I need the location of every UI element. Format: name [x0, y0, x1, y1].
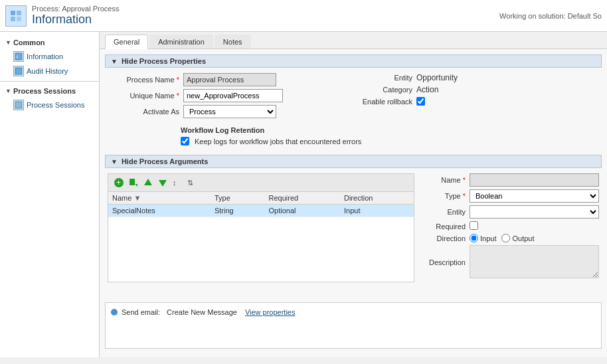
row-type: String	[211, 205, 265, 217]
category-label: Category	[357, 86, 416, 94]
working-on-label: Working on solution: Default So	[499, 12, 602, 20]
arg-type-label: Type *	[420, 192, 470, 200]
arg-required-row: Required	[420, 221, 599, 231]
main-content: General Administration Notes ▼ Hide Proc…	[100, 32, 607, 357]
arg-name-label: Name *	[420, 176, 470, 184]
process-sessions-icon	[13, 100, 24, 110]
arguments-container: +	[105, 171, 602, 285]
arg-description-label: Description	[420, 258, 470, 266]
col-direction: Direction	[340, 192, 414, 205]
enable-rollback-row: Enable rollback	[357, 97, 599, 106]
general-tab-content: ▼ Hide Process Properties Process Name *	[100, 49, 607, 297]
arg-description-textarea[interactable]	[470, 245, 599, 278]
col-type: Type	[211, 192, 265, 205]
svg-rect-10	[130, 179, 135, 185]
sidebar-item-information[interactable]: i Information	[0, 49, 99, 64]
svg-text:i: i	[17, 54, 18, 60]
arg-entity-select[interactable]	[470, 205, 599, 219]
direction-output-label[interactable]: Output	[501, 234, 534, 242]
row-name: SpecialNotes	[108, 205, 211, 217]
svg-text:⇅: ⇅	[187, 179, 193, 187]
arg-required-checkbox[interactable]	[470, 221, 478, 230]
move-up-button[interactable]	[141, 176, 155, 189]
entity-value: Opportunity	[416, 73, 516, 82]
arguments-table-area: +	[108, 173, 414, 282]
unique-name-row: Unique Name *	[108, 89, 350, 102]
svg-rect-0	[11, 11, 15, 15]
unique-name-input[interactable]	[183, 89, 283, 102]
tab-administration[interactable]: Administration	[149, 35, 213, 48]
step-dot-icon	[111, 309, 118, 316]
arg-entity-label: Entity	[420, 208, 470, 216]
breadcrumb: Process: Approval Process	[32, 5, 119, 13]
svg-rect-2	[11, 17, 15, 21]
header-title-area: Process: Approval Process Information	[32, 5, 119, 27]
sidebar-item-process-sessions[interactable]: Process Sessions	[0, 98, 99, 112]
section-toggle-icon: ▼	[111, 58, 118, 65]
sidebar-item-audit-history[interactable]: Audit History	[0, 64, 99, 78]
arg-required-label: Required	[420, 223, 470, 230]
svg-marker-13	[159, 180, 167, 187]
process-name-row: Process Name * Approval Process	[108, 73, 350, 86]
process-name-value: Approval Process	[183, 73, 276, 86]
header-icon	[5, 5, 27, 27]
row-required: Optional	[265, 205, 340, 217]
svg-text:+: +	[116, 178, 121, 187]
entity-row: Entity Opportunity	[357, 73, 599, 82]
activate-as-row: Activate As Process	[108, 105, 350, 118]
args-section-label: Hide Process Arguments	[122, 157, 208, 165]
args-section-toggle-icon: ▼	[111, 158, 118, 165]
enable-rollback-label: Enable rollback	[357, 98, 416, 106]
svg-rect-6	[15, 68, 22, 74]
activate-as-value: Process	[183, 105, 276, 118]
properties-right-col: Entity Opportunity Category Action Enabl…	[357, 73, 599, 121]
tab-bar: General Administration Notes	[100, 32, 607, 49]
edit-argument-button[interactable]	[127, 176, 140, 189]
hide-process-properties-header[interactable]: ▼ Hide Process Properties	[105, 54, 602, 68]
steps-section: Send email: Create New Message View prop…	[105, 302, 602, 349]
audit-icon	[13, 66, 24, 76]
svg-rect-3	[17, 17, 21, 21]
information-icon: i	[13, 51, 24, 62]
svg-text:↕: ↕	[173, 179, 177, 187]
section-label: Hide Process Properties	[122, 57, 206, 65]
properties-two-col: Process Name * Approval Process Unique N…	[105, 70, 602, 124]
workflow-log-checkbox[interactable]	[181, 137, 189, 145]
svg-rect-7	[15, 102, 22, 108]
process-sessions-section-label: ▼ Process Sessions	[0, 84, 99, 98]
sidebar: ▼ Common i Information Audit History ▼ P…	[0, 32, 100, 357]
arg-name-row: Name *	[420, 173, 599, 187]
arg-description-row: Description	[420, 245, 599, 280]
arg-type-select[interactable]: Boolean String Integer	[470, 189, 599, 203]
col-required: Required	[265, 192, 340, 205]
sort-asc-button[interactable]: ↕	[171, 176, 184, 189]
top-header: Process: Approval Process Information Wo…	[0, 0, 607, 32]
step-row: Send email: Create New Message View prop…	[111, 308, 596, 316]
common-section-label: ▼ Common	[0, 36, 99, 49]
row-direction: Input	[340, 205, 414, 217]
add-argument-button[interactable]: +	[112, 176, 126, 189]
sort-desc-button[interactable]: ⇅	[185, 176, 199, 189]
direction-output-radio[interactable]	[501, 234, 510, 242]
direction-input-label[interactable]: Input	[470, 234, 496, 242]
unique-name-label: Unique Name *	[110, 92, 183, 100]
category-row: Category Action	[357, 85, 599, 94]
process-sessions-toggle-icon: ▼	[5, 88, 11, 94]
svg-marker-12	[144, 179, 152, 185]
unique-name-value	[183, 89, 283, 102]
tab-notes[interactable]: Notes	[215, 35, 251, 48]
workflow-log-label: Workflow Log Retention	[105, 124, 602, 136]
enable-rollback-checkbox[interactable]	[416, 97, 425, 106]
direction-input-radio[interactable]	[470, 234, 478, 242]
step-action: Create New Message	[167, 308, 237, 316]
tab-general[interactable]: General	[105, 35, 148, 49]
activate-as-label: Activate As	[110, 108, 183, 116]
workflow-log-row: Keep logs for workflow jobs that encount…	[105, 136, 602, 148]
table-row[interactable]: SpecialNotes String Optional Input	[108, 205, 414, 217]
move-down-button[interactable]	[156, 176, 169, 189]
arg-name-input[interactable]	[470, 173, 599, 187]
view-properties-link[interactable]: View properties	[245, 308, 296, 316]
activate-as-select[interactable]: Process	[183, 105, 276, 118]
category-value: Action	[416, 85, 516, 94]
hide-process-arguments-header[interactable]: ▼ Hide Process Arguments	[105, 155, 602, 168]
